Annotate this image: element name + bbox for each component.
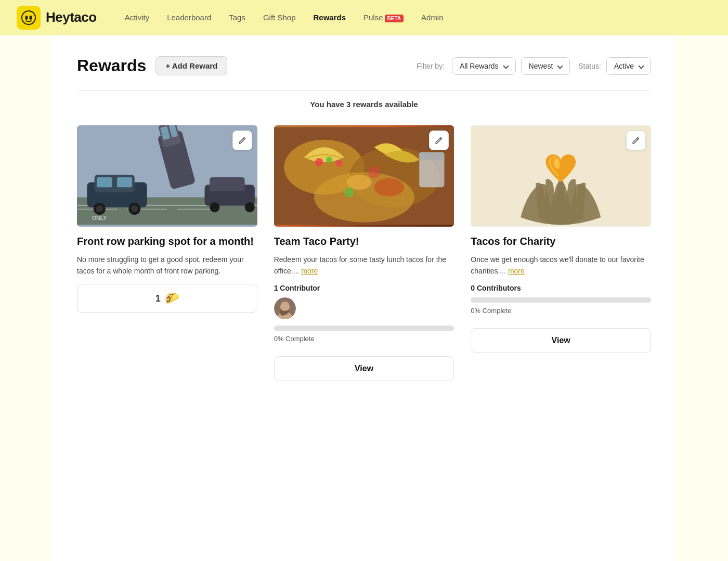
- nav-gift-shop[interactable]: Gift Shop: [256, 9, 303, 26]
- charity-title: Tacos for Charity: [471, 235, 651, 248]
- parking-title: Front row parking spot for a month!: [77, 235, 257, 248]
- taco-party-progress-pct: 0% Complete: [274, 335, 454, 343]
- nav-tags[interactable]: Tags: [222, 9, 253, 26]
- parking-desc: No more struggling to get a good spot, r…: [77, 254, 257, 277]
- svg-point-31: [326, 156, 332, 163]
- edit-charity-button[interactable]: [626, 131, 646, 150]
- taco-party-desc: Redeem your tacos for some tasty lunch t…: [274, 254, 454, 277]
- svg-text:ONLY: ONLY: [92, 215, 107, 221]
- charity-desc: Once we get enough tacos we'll donate to…: [471, 254, 651, 277]
- nav-leaderboard[interactable]: Leaderboard: [160, 9, 218, 26]
- nav-admin[interactable]: Admin: [414, 9, 451, 26]
- svg-point-23: [210, 202, 219, 212]
- taco-party-view-button[interactable]: View: [274, 356, 454, 381]
- charity-more-link[interactable]: more: [508, 267, 525, 275]
- rewards-info: You have 3 rewards available: [77, 100, 651, 109]
- all-rewards-dropdown[interactable]: All Rewards: [452, 57, 516, 75]
- add-reward-button[interactable]: + Add Reward: [155, 56, 227, 75]
- svg-point-24: [245, 202, 255, 212]
- taco-cost-value: 1: [155, 293, 161, 304]
- cards-grid: ONLY Front row parking spot for a month!…: [77, 125, 651, 381]
- edit-taco-party-button[interactable]: [429, 131, 449, 150]
- nav-rewards[interactable]: Rewards: [306, 9, 353, 26]
- newest-chevron-icon: [557, 63, 563, 69]
- svg-rect-11: [97, 177, 112, 187]
- charity-progress-pct: 0% Complete: [471, 307, 651, 315]
- nav-pulse[interactable]: PulseBETA: [356, 9, 411, 26]
- svg-point-30: [315, 158, 323, 166]
- taco-food-scene-image: [274, 125, 454, 227]
- svg-rect-12: [117, 177, 132, 187]
- logo[interactable]: Heytaco: [17, 6, 97, 30]
- status-dropdown[interactable]: Active: [606, 57, 651, 75]
- nav-activity[interactable]: Activity: [118, 9, 157, 26]
- filter-by-label: Filter by:: [417, 62, 445, 70]
- status-label: Status:: [578, 62, 601, 70]
- svg-point-14: [96, 205, 103, 212]
- taco-party-more-link[interactable]: more: [301, 267, 318, 275]
- card-image-taco-party: [274, 125, 454, 227]
- logo-text: Heytaco: [46, 9, 97, 25]
- taco-cost-box: 1 🌮: [77, 284, 257, 313]
- reward-card-taco-party: Team Taco Party! Redeem your tacos for s…: [274, 125, 454, 381]
- taco-party-title: Team Taco Party!: [274, 235, 454, 248]
- main-content: Rewards + Add Reward Filter by: All Rewa…: [52, 35, 676, 561]
- all-rewards-chevron-icon: [503, 63, 509, 69]
- card-image-parking: ONLY: [77, 125, 257, 227]
- charity-progress-bar: [471, 297, 651, 303]
- svg-point-1: [25, 16, 28, 20]
- charity-contributors-label: 0 Contributors: [471, 284, 651, 292]
- reward-card-parking: ONLY Front row parking spot for a month!…: [77, 125, 257, 381]
- svg-point-38: [368, 166, 380, 178]
- contributor-avatar: [274, 297, 296, 319]
- svg-point-16: [131, 205, 138, 212]
- filter-row: Filter by: All Rewards Newest Status: Ac…: [417, 57, 651, 75]
- parking-scene-image: ONLY: [77, 125, 257, 227]
- page-title: Rewards: [77, 56, 146, 75]
- taco-party-progress-bar: [274, 325, 454, 331]
- charity-view-button[interactable]: View: [471, 328, 651, 353]
- status-chevron-icon: [638, 63, 644, 69]
- header-left: Rewards + Add Reward: [77, 56, 227, 75]
- svg-point-2: [30, 16, 32, 20]
- svg-point-34: [374, 178, 404, 197]
- divider: [77, 90, 651, 90]
- svg-rect-36: [419, 152, 444, 160]
- taco-emoji-icon: 🌮: [165, 292, 179, 305]
- navbar: Heytaco Activity Leaderboard Tags Gift S…: [0, 0, 728, 35]
- newest-dropdown[interactable]: Newest: [521, 57, 570, 75]
- beta-badge: BETA: [385, 15, 404, 22]
- charity-scene-image: [471, 125, 651, 227]
- svg-rect-22: [210, 177, 244, 191]
- nav-links: Activity Leaderboard Tags Gift Shop Rewa…: [118, 9, 451, 26]
- card-image-charity: [471, 125, 651, 227]
- reward-card-charity: Tacos for Charity Once we get enough tac…: [471, 125, 651, 381]
- svg-point-0: [22, 11, 35, 24]
- svg-point-37: [344, 187, 354, 197]
- svg-point-32: [335, 160, 342, 166]
- logo-icon: [17, 6, 41, 30]
- edit-parking-button[interactable]: [232, 131, 252, 150]
- header-row: Rewards + Add Reward Filter by: All Rewa…: [77, 56, 651, 75]
- taco-party-contributors-label: 1 Contributor: [274, 284, 454, 292]
